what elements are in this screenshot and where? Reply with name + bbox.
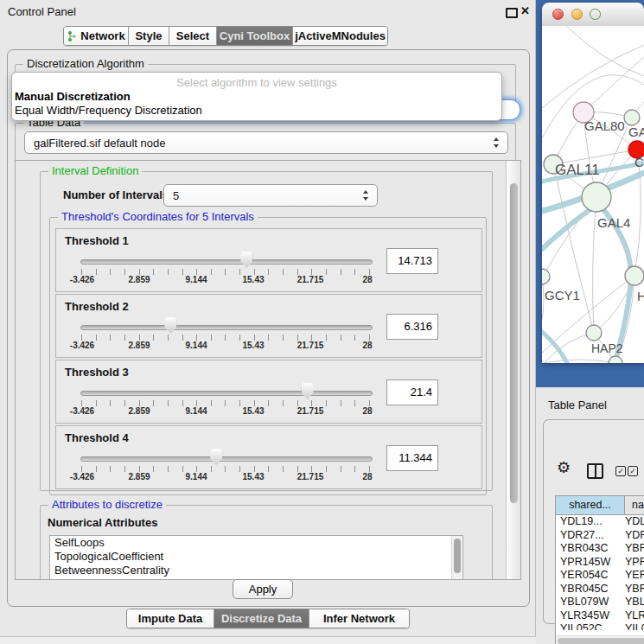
gear-icon[interactable]: ⚙ bbox=[557, 460, 571, 475]
table-cell[interactable]: YDL19... bbox=[556, 515, 625, 529]
node-hap2[interactable] bbox=[586, 325, 602, 341]
threshold-3-slider-thumb[interactable] bbox=[302, 383, 314, 399]
threshold-4-value-field[interactable]: 11.344 bbox=[386, 445, 438, 471]
tick-label: 9.144 bbox=[179, 472, 214, 481]
table-data-combo[interactable]: galFiltered.sif default node bbox=[24, 131, 508, 154]
viewport-scrollbar-thumb[interactable] bbox=[510, 183, 518, 503]
close-icon[interactable]: ✕ bbox=[520, 4, 530, 17]
table-row[interactable]: YLR345WYLR3 bbox=[556, 609, 644, 623]
table-cell[interactable]: YBR043C bbox=[556, 542, 625, 556]
node-bottom-cut[interactable] bbox=[609, 356, 622, 363]
table-cell[interactable]: YLR3 bbox=[625, 609, 644, 623]
checkbox-icon[interactable]: ✓ bbox=[615, 466, 626, 476]
table-cell[interactable]: YBL079W bbox=[556, 596, 625, 609]
node-cut-right-top[interactable] bbox=[624, 110, 640, 125]
column-header-name[interactable]: na bbox=[625, 496, 644, 514]
float-window-icon[interactable] bbox=[506, 8, 518, 18]
table-cell[interactable]: YIL0 bbox=[625, 622, 644, 630]
label-cut-mid: C bbox=[634, 155, 644, 169]
table-cell[interactable]: YPR1 bbox=[625, 556, 644, 570]
minimize-traffic-light[interactable] bbox=[571, 9, 583, 20]
table-row[interactable]: YER054CYER0 bbox=[556, 569, 644, 583]
table-data-combo-value: galFiltered.sif default node bbox=[34, 137, 165, 150]
tab-cyni-toolbox[interactable]: Cyni Toolbox bbox=[217, 27, 293, 45]
table-row[interactable]: YBR043CYBR0 bbox=[556, 542, 644, 556]
tab-jactivemnodules[interactable]: jActiveMNodules bbox=[293, 27, 387, 45]
node-gcy1[interactable] bbox=[542, 269, 550, 284]
threshold-3-slider-track[interactable] bbox=[80, 391, 373, 396]
threshold-3-value-field[interactable]: 21.4 bbox=[386, 379, 438, 405]
tick-label: 9.144 bbox=[179, 406, 214, 416]
table-cell[interactable]: YBL0 bbox=[625, 596, 644, 609]
table-row[interactable]: YBL079WYBL0 bbox=[556, 596, 644, 609]
tick-label: 21.715 bbox=[293, 341, 328, 350]
tick-label: 28 bbox=[350, 472, 385, 481]
table-horizontal-scrollbar-thumb[interactable] bbox=[558, 638, 644, 644]
tab-select[interactable]: Select bbox=[169, 27, 217, 45]
table-cell[interactable]: YBR0 bbox=[625, 542, 644, 556]
popup-option-equal-width-frequency[interactable]: Equal Width/Frequency Discretization bbox=[15, 104, 202, 117]
tab-style[interactable]: Style bbox=[129, 27, 169, 45]
network-tab-icon bbox=[67, 30, 77, 42]
checkbox-icon[interactable]: ✓ bbox=[628, 466, 638, 476]
popup-option-manual-discretization[interactable]: Manual Discretization bbox=[15, 90, 131, 103]
tick-label: 15.43 bbox=[236, 341, 271, 350]
zoom-traffic-light[interactable] bbox=[590, 9, 601, 20]
tab-discretize-data[interactable]: Discretize Data bbox=[214, 609, 309, 628]
tick-label: 2.859 bbox=[122, 472, 156, 481]
table-cell[interactable]: YBR0 bbox=[625, 583, 644, 596]
table-cell[interactable]: YDR27... bbox=[556, 529, 625, 543]
table-cell[interactable]: YDR2 bbox=[625, 529, 644, 543]
control-panel-window: Control Panel ✕ Network Style Select Cyn… bbox=[0, 0, 536, 637]
tab-network[interactable]: Network bbox=[64, 27, 129, 45]
table-panel-title: Table Panel bbox=[548, 399, 607, 411]
numerical-attributes-header: Numerical Attributes bbox=[48, 516, 157, 529]
table-cell[interactable]: YER0 bbox=[625, 569, 644, 583]
threshold-4-slider-thumb[interactable] bbox=[210, 449, 222, 465]
table-row[interactable]: YBR045CYBR0 bbox=[556, 583, 644, 596]
tab-impute-data[interactable]: Impute Data bbox=[127, 609, 214, 628]
table-cell[interactable]: YPR145W bbox=[556, 556, 625, 570]
tab-infer-network[interactable]: Infer Network bbox=[309, 609, 409, 628]
attributes-scrollbar-thumb[interactable] bbox=[454, 539, 461, 573]
threshold-1-value-field[interactable]: 14.713 bbox=[386, 248, 438, 274]
top-tab-bar: Network Style Select Cyni Toolbox jActiv… bbox=[63, 26, 388, 46]
threshold-4-slider-track[interactable] bbox=[80, 456, 373, 462]
column-header-shared-name[interactable]: shared... bbox=[556, 496, 625, 514]
close-traffic-light[interactable] bbox=[552, 9, 564, 20]
threshold-3-box: Threshold 3 -3.4262.8599.14415.4321.7152… bbox=[55, 360, 482, 424]
tick-label: 9.144 bbox=[179, 341, 214, 350]
tick-label: 15.43 bbox=[236, 406, 271, 416]
table-cell[interactable]: YIL052C bbox=[556, 622, 625, 630]
tick-label: 2.859 bbox=[122, 406, 156, 416]
apply-button[interactable]: Apply bbox=[233, 579, 293, 599]
table-cell[interactable]: YDL1 bbox=[625, 515, 644, 529]
table-horizontal-scrollbar bbox=[556, 635, 644, 644]
table-cell[interactable]: YBR045C bbox=[556, 583, 625, 596]
table-cell[interactable]: YLR345W bbox=[556, 609, 625, 623]
threshold-4-box: Threshold 4 -3.4262.8599.14415.4321.7152… bbox=[55, 425, 482, 489]
tick-label: 21.715 bbox=[293, 275, 328, 284]
algorithm-popup-hint: Select algorithm to view settings bbox=[12, 76, 501, 89]
threshold-1-slider-thumb[interactable] bbox=[240, 252, 252, 268]
list-item[interactable]: SelfLoops bbox=[50, 536, 462, 550]
list-item[interactable]: BetweennessCentrality bbox=[50, 564, 462, 577]
table-data-group: Table Data galFiltered.sif default node bbox=[15, 123, 516, 161]
table-row[interactable]: YDL19...YDL1 bbox=[556, 515, 644, 529]
node-cut-right-low[interactable] bbox=[625, 266, 644, 285]
threshold-2-slider-track[interactable] bbox=[80, 325, 373, 330]
table-row[interactable]: YIL052CYIL0 bbox=[556, 622, 644, 630]
attributes-scrollbar-track bbox=[451, 536, 462, 580]
combo-stepper-icon bbox=[363, 190, 369, 201]
network-canvas[interactable]: GAL80 GA GAL11 C GAL4 GCY1 H HAP2 bbox=[542, 26, 644, 363]
number-of-intervals-combo[interactable]: 5 bbox=[163, 184, 378, 207]
threshold-1-slider-track[interactable] bbox=[80, 259, 373, 265]
threshold-2-value-field[interactable]: 6.316 bbox=[386, 314, 438, 340]
table-row[interactable]: YPR145WYPR1 bbox=[556, 556, 644, 570]
list-item[interactable]: TopologicalCoefficient bbox=[50, 550, 462, 564]
node-gal4[interactable] bbox=[582, 182, 611, 212]
table-row[interactable]: YDR27...YDR2 bbox=[556, 529, 644, 543]
table-cell[interactable]: YER054C bbox=[556, 569, 625, 583]
threshold-2-slider-thumb[interactable] bbox=[164, 317, 176, 334]
column-browser-icon[interactable] bbox=[587, 463, 603, 479]
